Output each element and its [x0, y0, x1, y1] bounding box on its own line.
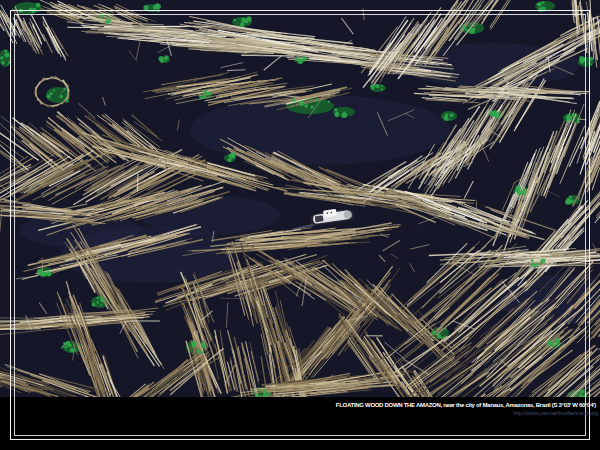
photo-credit-url: http://www.yannarthusbertrand.org [513, 410, 598, 417]
photo-caption: FLOATING WOOD DOWN THE AMAZON, near the … [336, 402, 596, 409]
aerial-photo-svg [0, 0, 600, 397]
wallpaper-image: FLOATING WOOD DOWN THE AMAZON, near the … [0, 0, 600, 450]
aerial-photo [0, 0, 600, 397]
